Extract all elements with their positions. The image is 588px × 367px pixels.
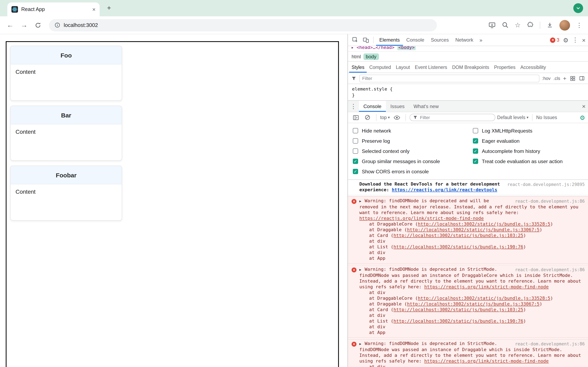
expand-triangle-icon[interactable]: ▶ — [359, 199, 365, 204]
device-toolbar-icon[interactable] — [361, 35, 371, 45]
hover-state-toggle[interactable]: :hov — [542, 76, 551, 81]
message-source-link[interactable]: react-dom.development.js:29895 — [507, 182, 585, 187]
new-style-rule-icon[interactable]: + — [563, 75, 566, 82]
extensions-puzzle-icon[interactable] — [527, 22, 534, 29]
console-filter-input[interactable] — [419, 115, 492, 120]
stack-source-link[interactable]: http://localhost:3002/static/js/bundle.j… — [393, 307, 523, 312]
site-info-icon[interactable] — [55, 22, 60, 28]
forward-button[interactable]: → — [18, 19, 30, 31]
back-button[interactable]: ← — [4, 19, 16, 31]
card-content: Content — [11, 124, 122, 160]
stack-source-link[interactable]: http://localhost:3002/static/js/bundle.j… — [393, 318, 523, 324]
subtab-dom-breakpoints[interactable]: DOM Breakpoints — [450, 62, 492, 73]
console-link[interactable]: https://reactjs.org/link/strict-mode-fin… — [359, 216, 484, 221]
checkbox-unchecked[interactable] — [353, 149, 358, 154]
clear-console-icon[interactable] — [363, 113, 372, 122]
console-setting[interactable]: ✓Group similar messages in console — [348, 156, 468, 166]
checkbox-unchecked[interactable] — [473, 128, 478, 133]
styles-filter-input[interactable] — [359, 75, 539, 82]
console-link[interactable]: https://reactjs.org/link/strict-mode-fin… — [424, 284, 549, 290]
subtab-layout[interactable]: Layout — [393, 62, 412, 73]
drawer-tab-console[interactable]: Console — [359, 101, 386, 112]
expand-triangle-icon[interactable]: ▶ — [359, 341, 365, 347]
sidebar-panel-icon[interactable] — [579, 73, 585, 83]
draggable-card[interactable]: FoobarContent — [10, 166, 122, 221]
message-source-link[interactable]: react-dom.development.js:86 — [515, 341, 585, 347]
stack-source-link[interactable]: http://localhost:3002/static/js/bundle.j… — [418, 221, 550, 227]
stack-source-link[interactable]: http://localhost:3002/static/js/bundle.j… — [418, 296, 550, 301]
console-settings-icon[interactable]: ⚙ — [580, 114, 585, 120]
checkbox-checked[interactable]: ✓ — [473, 159, 478, 164]
devtools-tab-sources[interactable]: Sources — [428, 34, 452, 46]
zoom-icon[interactable] — [502, 22, 509, 29]
error-count-badge[interactable]: × 3 — [550, 37, 559, 43]
drawer-tab-what-s-new[interactable]: What's new — [409, 101, 443, 112]
install-app-icon[interactable] — [488, 21, 495, 29]
subtab-styles[interactable]: Styles — [349, 62, 367, 73]
drawer-tab-issues[interactable]: Issues — [386, 101, 409, 112]
dom-tree-clipped[interactable]: ▸ <head>…</head> <body> — [348, 46, 588, 51]
console-setting[interactable]: ✓Autocomplete from history — [468, 146, 588, 156]
class-toggle[interactable]: .cls — [553, 76, 560, 81]
subtab-computed[interactable]: Computed — [367, 62, 393, 73]
stack-source-link[interactable]: http://localhost:3002/static/js/bundle.j… — [407, 301, 539, 307]
tab-close-icon[interactable]: × — [92, 7, 95, 12]
live-expression-eye-icon[interactable] — [392, 113, 402, 122]
checkbox-checked[interactable]: ✓ — [353, 159, 358, 164]
checkbox-unchecked[interactable] — [353, 128, 358, 133]
url-text[interactable]: localhost:3002 — [64, 22, 98, 28]
stack-source-link[interactable]: http://localhost:3002/static/js/bundle.j… — [393, 233, 523, 238]
console-setting[interactable]: Hide network — [348, 125, 468, 136]
inspect-element-icon[interactable] — [350, 35, 360, 45]
message-source-link[interactable]: react-dom.development.js:86 — [515, 198, 585, 204]
draggable-card[interactable]: BarContent — [10, 106, 122, 161]
console-setting[interactable]: ✓Treat code evaluation as user action — [468, 156, 588, 166]
new-tab-button[interactable]: + — [104, 4, 113, 13]
element-style-rule[interactable]: element.style { } — [348, 84, 588, 100]
bookmark-star-icon[interactable]: ☆ — [515, 22, 521, 28]
console-setting[interactable]: Selected context only — [348, 146, 468, 156]
checkbox-checked[interactable]: ✓ — [473, 149, 478, 154]
profile-avatar[interactable] — [559, 20, 570, 30]
subtab-properties[interactable]: Properties — [492, 62, 518, 73]
browser-menu-icon[interactable]: ⋮ — [576, 21, 582, 29]
tab-search-chevron-icon[interactable] — [573, 3, 583, 13]
devtools-settings-icon[interactable]: ⚙ — [563, 37, 569, 43]
console-setting[interactable]: Log XMLHttpRequests — [468, 125, 588, 136]
checkbox-checked[interactable]: ✓ — [353, 169, 358, 174]
context-selector[interactable]: top▾ — [380, 115, 390, 120]
console-setting[interactable]: Preserve log — [348, 136, 468, 146]
checkbox-checked[interactable]: ✓ — [473, 138, 478, 143]
breadcrumb-html[interactable]: html — [352, 54, 361, 59]
computed-styles-icon[interactable] — [569, 73, 576, 83]
console-setting[interactable]: ✓Eager evaluation — [468, 136, 588, 146]
drawer-menu-icon[interactable]: ⋮ — [350, 103, 356, 110]
stack-source-link[interactable]: http://localhost:3002/static/js/bundle.j… — [407, 227, 539, 233]
console-link[interactable]: https://reactjs.org/link/strict-mode-fin… — [424, 359, 549, 364]
console-sidebar-icon[interactable] — [351, 113, 361, 122]
draggable-card[interactable]: FooContent — [10, 46, 122, 101]
reload-button[interactable] — [32, 19, 44, 31]
more-tabs-icon[interactable]: » — [477, 37, 484, 43]
address-bar[interactable]: localhost:3002 — [49, 19, 437, 31]
browser-tab[interactable]: React App × — [7, 2, 100, 16]
console-filter-box[interactable] — [409, 114, 495, 121]
checkbox-unchecked[interactable] — [353, 138, 358, 143]
console-setting[interactable]: ✓Show CORS errors in console — [348, 166, 468, 176]
message-source-link[interactable]: react-dom.development.js:86 — [515, 267, 585, 272]
devtools-tab-network[interactable]: Network — [452, 34, 476, 46]
expand-triangle-icon[interactable]: ▶ — [359, 267, 365, 273]
subtab-event-listeners[interactable]: Event Listeners — [412, 62, 450, 73]
log-levels-selector[interactable]: Default levels▾ — [497, 115, 528, 120]
breadcrumb-body[interactable]: body — [363, 53, 379, 60]
devtools-tab-console[interactable]: Console — [403, 34, 428, 46]
devtools-tab-elements[interactable]: Elements — [376, 34, 403, 46]
downloads-icon[interactable] — [546, 22, 553, 29]
devtools-close-icon[interactable]: × — [582, 36, 586, 43]
subtab-accessibility[interactable]: Accessibility — [518, 62, 548, 73]
drawer-close-icon[interactable]: × — [582, 103, 586, 110]
console-link[interactable]: https://reactjs.org/link/react-devtools — [392, 187, 497, 192]
stack-source-link[interactable]: http://localhost:3002/static/js/bundle.j… — [393, 244, 523, 250]
issues-counter[interactable]: No Issues — [536, 115, 557, 120]
devtools-menu-icon[interactable]: ⋮ — [572, 36, 578, 44]
